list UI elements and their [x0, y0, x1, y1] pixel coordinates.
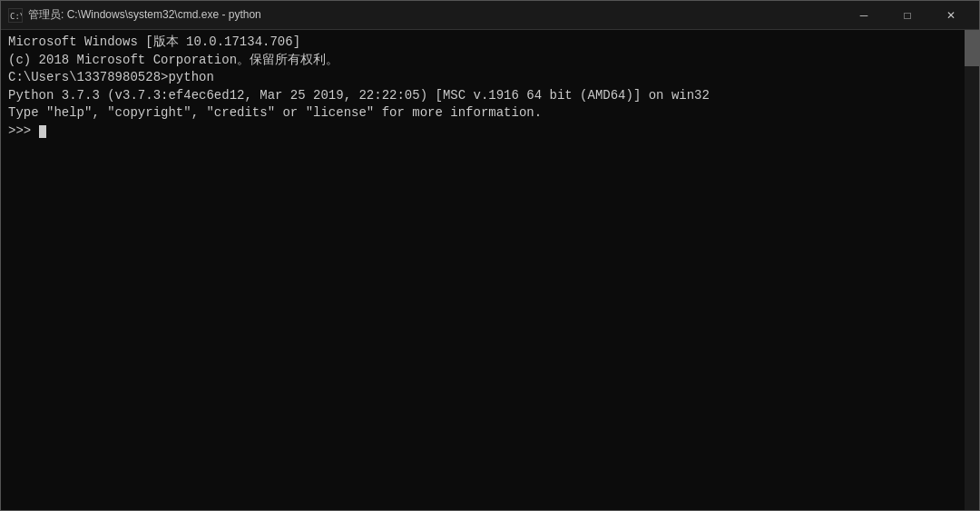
svg-text:C:\: C:\ — [10, 12, 22, 21]
close-button[interactable]: ✕ — [930, 1, 972, 30]
terminal-line: >>> — [8, 123, 972, 141]
window-title: 管理员: C:\Windows\system32\cmd.exe - pytho… — [28, 7, 261, 23]
terminal-body[interactable]: Microsoft Windows [版本 10.0.17134.706](c)… — [1, 30, 979, 510]
terminal-cursor — [39, 125, 46, 138]
terminal-line: Python 3.7.3 (v3.7.3:ef4ec6ed12, Mar 25 … — [8, 87, 972, 105]
cmd-window: C:\ 管理员: C:\Windows\system32\cmd.exe - p… — [0, 0, 980, 511]
terminal-line: Type "help", "copyright", "credits" or "… — [8, 104, 972, 123]
terminal-line: Microsoft Windows [版本 10.0.17134.706] — [8, 34, 972, 52]
maximize-button[interactable]: □ — [887, 1, 928, 30]
terminal-line: (c) 2018 Microsoft Corporation。保留所有权利。 — [8, 52, 972, 70]
cmd-icon: C:\ — [8, 8, 23, 23]
terminal-line: C:\Users\13378980528>python — [8, 69, 972, 87]
title-bar-left: C:\ 管理员: C:\Windows\system32\cmd.exe - p… — [8, 7, 261, 23]
title-bar: C:\ 管理员: C:\Windows\system32\cmd.exe - p… — [1, 1, 979, 30]
scrollbar-track[interactable] — [965, 30, 979, 510]
terminal-output: Microsoft Windows [版本 10.0.17134.706](c)… — [8, 34, 972, 141]
scrollbar-thumb[interactable] — [965, 30, 979, 66]
window-controls: ─ □ ✕ — [843, 1, 972, 30]
minimize-button[interactable]: ─ — [843, 1, 885, 30]
